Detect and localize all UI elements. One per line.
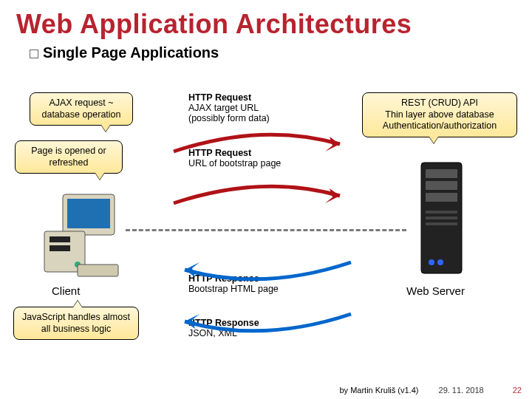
callout-js-logic: JavaScript handles almost all business l…	[13, 307, 139, 340]
svg-rect-4	[50, 245, 70, 251]
svg-rect-9	[426, 181, 457, 190]
arrow-response-2	[170, 296, 355, 347]
subtitle: Single Page Applications	[0, 40, 532, 61]
server-label: Web Server	[406, 284, 465, 297]
web-server-icon	[414, 159, 473, 277]
page-title: Web Application Architectures	[0, 0, 532, 40]
callout-ajax-op: AJAX request ~ database operation	[30, 92, 133, 126]
svg-rect-6	[78, 265, 118, 276]
footer: by Martin Kruliš (v1.4) 29. 11. 2018 22	[339, 386, 522, 395]
svg-point-14	[429, 259, 434, 265]
footer-date: 29. 11. 2018	[439, 386, 484, 395]
svg-point-15	[437, 259, 443, 265]
arrow-response-1	[170, 244, 355, 296]
subtitle-text: Single Page Applications	[43, 44, 219, 61]
svg-rect-13	[426, 222, 457, 225]
client-label: Client	[52, 284, 80, 297]
footer-author: by Martin Kruliš (v1.4)	[339, 386, 418, 395]
svg-rect-8	[426, 169, 457, 178]
divider-dashed	[126, 229, 406, 231]
msg-head: HTTP Request	[188, 92, 344, 103]
arrow-request-2	[170, 170, 355, 222]
footer-page: 22	[513, 386, 522, 395]
client-computer-icon	[41, 191, 122, 279]
checkbox-icon	[30, 50, 38, 58]
callout-rest-api: REST (CRUD) API Thin layer above databas…	[362, 92, 517, 137]
callout-page-open: Page is opened or refreshed	[15, 140, 123, 174]
svg-rect-3	[50, 236, 70, 242]
svg-rect-10	[426, 193, 457, 202]
svg-rect-11	[426, 211, 457, 214]
arrow-request-1	[170, 118, 355, 170]
svg-rect-1	[67, 199, 110, 228]
svg-rect-12	[426, 216, 457, 219]
